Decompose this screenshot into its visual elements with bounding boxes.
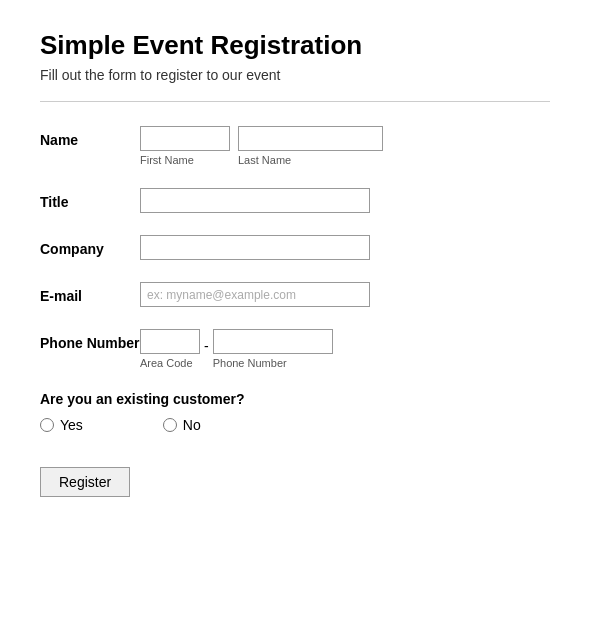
first-name-wrap: First Name [140, 126, 230, 166]
area-code-wrap: Area Code [140, 329, 200, 369]
phone-number-sublabel: Phone Number [213, 357, 287, 369]
title-control-group [140, 188, 370, 213]
phone-number-wrap: Phone Number [213, 329, 333, 369]
phone-control-group: Area Code - Phone Number [140, 329, 333, 369]
email-label: E-mail [40, 282, 140, 304]
last-name-input[interactable] [238, 126, 383, 151]
first-name-input[interactable] [140, 126, 230, 151]
company-row: Company [40, 235, 550, 260]
phone-number-input[interactable] [213, 329, 333, 354]
company-control-group [140, 235, 370, 260]
first-name-sublabel: First Name [140, 154, 194, 166]
name-inputs: First Name Last Name [140, 126, 383, 166]
yes-label: Yes [60, 417, 83, 433]
company-input[interactable] [140, 235, 370, 260]
no-radio[interactable] [163, 418, 177, 432]
customer-section: Are you an existing customer? Yes No [40, 391, 550, 433]
email-control-group [140, 282, 370, 307]
no-label: No [183, 417, 201, 433]
title-row: Title [40, 188, 550, 213]
phone-label: Phone Number [40, 329, 140, 351]
area-code-input[interactable] [140, 329, 200, 354]
phone-inputs: Area Code - Phone Number [140, 329, 333, 369]
page-subtitle: Fill out the form to register to our eve… [40, 67, 550, 83]
phone-dash: - [200, 329, 213, 359]
register-button[interactable]: Register [40, 467, 130, 497]
email-input[interactable] [140, 282, 370, 307]
yes-radio[interactable] [40, 418, 54, 432]
area-code-sublabel: Area Code [140, 357, 193, 369]
no-radio-label[interactable]: No [163, 417, 201, 433]
name-row: Name First Name Last Name [40, 126, 550, 166]
radio-group: Yes No [40, 417, 550, 433]
customer-question: Are you an existing customer? [40, 391, 550, 407]
title-input[interactable] [140, 188, 370, 213]
last-name-sublabel: Last Name [238, 154, 291, 166]
email-row: E-mail [40, 282, 550, 307]
phone-row: Phone Number Area Code - Phone Number [40, 329, 550, 369]
name-label: Name [40, 126, 140, 148]
last-name-wrap: Last Name [238, 126, 383, 166]
page-title: Simple Event Registration [40, 30, 550, 61]
title-label: Title [40, 188, 140, 210]
company-label: Company [40, 235, 140, 257]
yes-radio-label[interactable]: Yes [40, 417, 83, 433]
name-inputs-group: First Name Last Name [140, 126, 383, 166]
divider [40, 101, 550, 102]
